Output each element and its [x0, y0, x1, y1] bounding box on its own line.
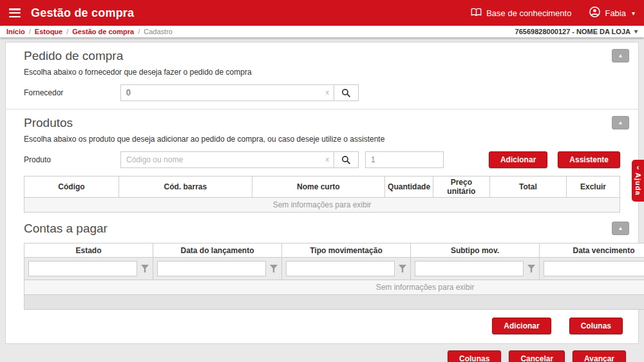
section-produtos: Produtos ▲ Escolha abaixo os produto que… — [6, 110, 638, 213]
section-subtitle-produtos: Escolha abaixo os produto que deseja adi… — [24, 135, 620, 144]
search-icon — [341, 155, 351, 165]
product-search-button[interactable] — [334, 151, 359, 168]
filter-estado-input[interactable] — [28, 261, 137, 276]
filter-data-lancamento-input[interactable] — [157, 261, 266, 276]
payables-actions: Adicionar Colunas — [6, 310, 638, 343]
add-payable-button[interactable]: Adicionar — [492, 318, 551, 334]
payables-table: Estado Data do lançamento Tipo movimenta… — [24, 243, 644, 310]
section-pedido-de-compra: Pedido de compra ▲ Escolha abaixo o forn… — [6, 43, 638, 101]
breadcrumb-estoque[interactable]: Estoque — [35, 28, 62, 35]
section-subtitle-pedido: Escolha abaixo o fornecedor que deseja f… — [24, 68, 620, 77]
section-contas-a-pagar: Contas a pagar ▲ Estado Data do lançamen… — [6, 213, 638, 310]
supplier-label: Fornecedor — [24, 88, 120, 97]
products-col-codigo: Código — [24, 176, 119, 198]
search-icon — [341, 88, 351, 98]
section-title-produtos: Produtos — [24, 116, 620, 130]
section-title-pedido: Pedido de compra — [24, 49, 620, 63]
breadcrumb-separator: / — [138, 28, 140, 35]
breadcrumb-cadastro: Cadastro — [144, 28, 173, 35]
cancel-button[interactable]: Cancelar — [509, 350, 565, 362]
assistant-button[interactable]: Assistente — [558, 151, 620, 168]
filter-icon[interactable] — [399, 265, 406, 272]
knowledge-base-label: Base de conhecimento — [486, 8, 571, 18]
payables-empty-state: Sem informações para exibir — [24, 280, 644, 295]
supplier-input[interactable] — [120, 84, 334, 101]
payables-total: Total: R$0,00 — [24, 295, 644, 310]
filter-data-vencimento-input[interactable] — [544, 261, 644, 276]
products-col-preco: Preço unitário — [433, 176, 490, 198]
chevron-left-icon: ‹ — [637, 164, 639, 171]
breadcrumb-separator: / — [29, 28, 31, 35]
next-button[interactable]: Avançar — [573, 350, 626, 362]
payables-col-tipo-mov: Tipo movimentação — [282, 243, 411, 258]
breadcrumb-gestao-de-compra[interactable]: Gestão de compra — [72, 28, 134, 35]
help-tab[interactable]: ‹ Ajuda — [632, 160, 644, 202]
book-icon — [471, 8, 482, 19]
quantity-input[interactable] — [365, 151, 444, 168]
payables-col-estado: Estado — [24, 243, 153, 258]
products-col-barras: Cód. barras — [119, 176, 252, 198]
section-title-contas: Contas a pagar — [24, 222, 620, 236]
chevron-down-icon: ▾ — [632, 10, 635, 17]
payables-col-data-lanc: Data do lançamento — [153, 243, 282, 258]
products-col-qtd: Quantidade — [385, 176, 433, 198]
filter-tipo-movimentacao-input[interactable] — [286, 261, 395, 276]
chevron-up-icon: ▲ — [618, 53, 623, 59]
breadcrumb-inicio[interactable]: Início — [6, 28, 25, 35]
user-name: Fabia — [605, 8, 626, 18]
filter-subtipo-input[interactable] — [415, 261, 524, 276]
top-bar: Gestão de compra Base de conhecimento Fa… — [0, 0, 644, 26]
payables-columns-button[interactable]: Colunas — [569, 318, 623, 334]
products-empty-state: Sem informações para exibir — [24, 198, 620, 213]
user-menu[interactable]: Fabia ▾ — [589, 6, 635, 19]
page-title: Gestão de compra — [31, 6, 134, 20]
collapse-pedido-button[interactable]: ▲ — [612, 49, 629, 62]
products-col-excluir: Excluir — [567, 176, 620, 198]
supplier-search-button[interactable] — [334, 84, 359, 101]
columns-button[interactable]: Colunas — [448, 350, 501, 362]
sub-bar: Início / Estoque / Gestão de compra / Ca… — [0, 26, 644, 37]
store-selector[interactable]: 76569828000127 - NOME DA LOJA ▾ — [515, 28, 638, 35]
filter-icon[interactable] — [270, 265, 278, 272]
products-col-nome: Nome curto — [252, 176, 385, 198]
knowledge-base-link[interactable]: Base de conhecimento — [471, 8, 571, 19]
footer-actions: Colunas Cancelar Avançar — [18, 350, 626, 362]
product-label: Produto — [24, 155, 120, 164]
add-product-button[interactable]: Adicionar — [489, 151, 547, 168]
collapse-contas-button[interactable]: ▲ — [612, 222, 629, 235]
menu-icon[interactable] — [9, 8, 21, 17]
products-table: Código Cód. barras Nome curto Quantidade… — [24, 176, 620, 213]
collapse-produtos-button[interactable]: ▲ — [612, 116, 629, 129]
product-search-input[interactable] — [120, 151, 334, 168]
store-name: 76569828000127 - NOME DA LOJA — [515, 28, 630, 35]
filter-icon[interactable] — [527, 265, 535, 272]
payables-filter-row — [24, 258, 644, 280]
main-card: Pedido de compra ▲ Escolha abaixo o forn… — [5, 42, 639, 344]
products-col-total: Total — [489, 176, 566, 198]
help-tab-label: Ajuda — [634, 173, 642, 196]
payables-col-subtipo: Subtipo mov. — [411, 243, 540, 258]
chevron-down-icon: ▾ — [634, 28, 638, 35]
clear-icon[interactable]: x — [326, 88, 330, 96]
chevron-up-icon: ▲ — [618, 120, 623, 126]
clear-icon[interactable]: x — [326, 155, 330, 163]
breadcrumb: Início / Estoque / Gestão de compra / Ca… — [6, 28, 173, 35]
filter-icon[interactable] — [141, 265, 149, 272]
payables-col-data-venc: Data vencimento — [540, 243, 644, 258]
user-icon — [589, 6, 600, 19]
breadcrumb-separator: / — [66, 28, 68, 35]
chevron-up-icon: ▲ — [618, 225, 623, 231]
